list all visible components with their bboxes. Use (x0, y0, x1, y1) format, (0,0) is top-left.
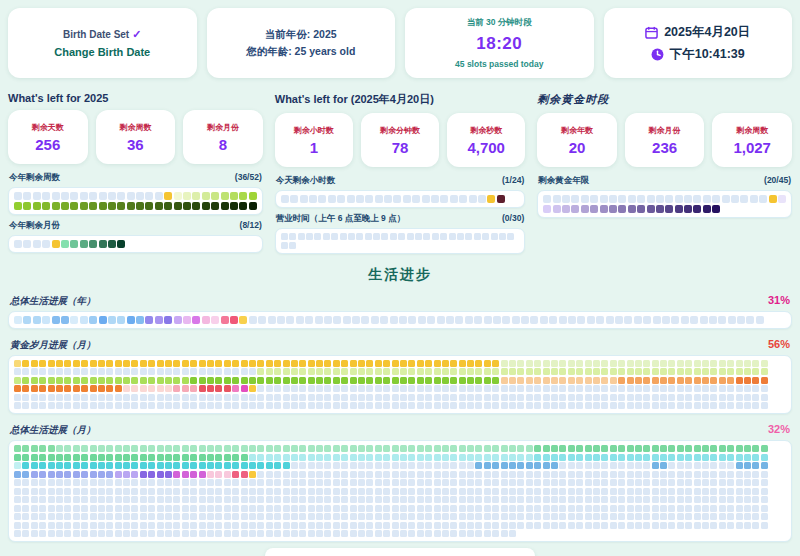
life-bar-header: 总体生活进展（年）31% (10, 294, 790, 308)
grid-cell (609, 205, 617, 213)
grid-cell (408, 522, 415, 529)
grid-cell (48, 402, 55, 409)
grid-cell (350, 513, 357, 520)
grid-cell (241, 368, 248, 375)
grid-cell (215, 360, 222, 367)
year-left-bars: 今年剩余周数(36/52)今年剩余月份(8/12) (8, 172, 263, 253)
grid-cell (694, 385, 701, 392)
grid-cell (660, 479, 667, 486)
grid-cell (408, 505, 415, 512)
grid-cell (190, 488, 197, 495)
grid-cell (484, 462, 491, 469)
change-birth-date-button[interactable]: Change Birth Date (54, 46, 150, 58)
grid-cell (710, 377, 717, 384)
grid-cell (710, 360, 717, 367)
grid-cell (155, 202, 163, 210)
grid-cell (635, 445, 642, 452)
grid-cell (647, 205, 655, 213)
grid-cell (551, 505, 558, 512)
grid-cell (668, 445, 675, 452)
grid-cell (501, 394, 508, 401)
grid-cell (492, 360, 499, 367)
grid-cell (23, 192, 31, 200)
grid-cell (727, 402, 734, 409)
grid-cell (56, 488, 63, 495)
stat-card: 剩余天数256 (8, 110, 88, 164)
grid-cell (752, 462, 759, 469)
grid-cell (744, 394, 751, 401)
grid-cell (509, 402, 516, 409)
grid-cell (14, 240, 22, 248)
grid-cell (328, 195, 336, 203)
grid-cell (668, 360, 675, 367)
grid-cell (48, 368, 55, 375)
grid-cell (434, 377, 441, 384)
grid-cell (365, 195, 373, 203)
grid-cell (442, 513, 449, 520)
grid-cell (215, 522, 222, 529)
grid-cell (568, 530, 575, 537)
grid-cell (190, 462, 197, 469)
grid-cell (509, 496, 516, 503)
grid-cell (677, 513, 684, 520)
grid-cell (274, 471, 281, 478)
grid-cell (299, 505, 306, 512)
grid-cell (408, 454, 415, 461)
grid-cell (375, 462, 382, 469)
grid-cell (232, 368, 239, 375)
grid-cell (392, 496, 399, 503)
grid-cell (48, 471, 55, 478)
grid-cell (543, 454, 550, 461)
grid-cell (434, 454, 441, 461)
grid-cell (202, 316, 210, 324)
grid-cell (283, 445, 290, 452)
grid-cell (289, 242, 296, 249)
grid-cell (131, 385, 138, 392)
grid-cell (22, 496, 29, 503)
square-bar (275, 190, 525, 208)
grid-cell (232, 505, 239, 512)
grid-cell (22, 385, 29, 392)
grid-cell (551, 394, 558, 401)
grid-cell (174, 316, 182, 324)
grid-cell (90, 530, 97, 537)
grid-cell (215, 496, 222, 503)
grid-cell (509, 522, 516, 529)
grid-cell (509, 530, 516, 537)
grid-cell (643, 402, 650, 409)
grid-cell (534, 394, 541, 401)
grid-cell (685, 488, 692, 495)
bar-header: 营业时间（上午 6 点至晚上 9 点）(0/30) (276, 213, 524, 225)
grid-cell (350, 377, 357, 384)
grid-cell (526, 445, 533, 452)
grid-cell (56, 368, 63, 375)
grid-cell (115, 402, 122, 409)
grid-cell (207, 530, 214, 537)
grid-cell (400, 402, 407, 409)
grid-cell (459, 402, 466, 409)
grid-cell (375, 377, 382, 384)
grid-cell (22, 513, 29, 520)
grid-cell (610, 445, 617, 452)
stat-label: 剩余分钟数 (380, 125, 420, 136)
grid-cell (207, 479, 214, 486)
grid-cell (199, 522, 206, 529)
grid-cell (499, 233, 506, 240)
grid-cell (392, 454, 399, 461)
grid-cell (215, 445, 222, 452)
grid-cell (551, 496, 558, 503)
grid-cell (675, 205, 683, 213)
grid-cell (610, 496, 617, 503)
grid-cell (241, 496, 248, 503)
grid-cell (182, 488, 189, 495)
grid-cell (115, 360, 122, 367)
grid-cell (610, 377, 617, 384)
grid-cell (283, 488, 290, 495)
grid-cell (618, 496, 625, 503)
grid-cell (224, 479, 231, 486)
grid-cell (668, 530, 675, 537)
grid-cell (492, 496, 499, 503)
grid-cell (350, 462, 357, 469)
grid-cell (475, 462, 482, 469)
grid-cell (467, 505, 474, 512)
